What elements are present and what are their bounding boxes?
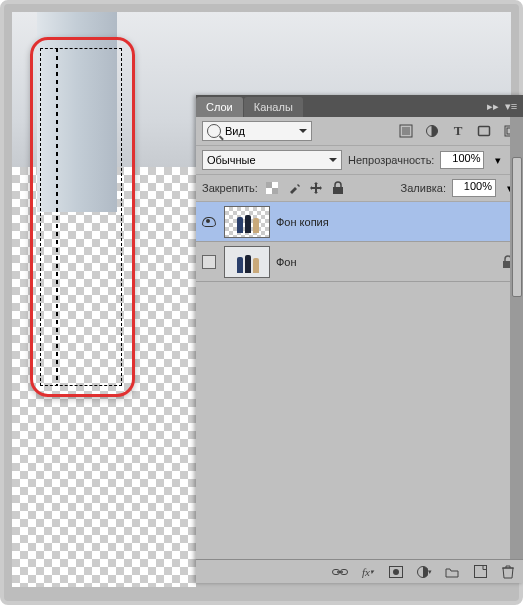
layer-row[interactable]: Фон xyxy=(196,242,523,282)
svg-point-16 xyxy=(393,569,399,575)
image-strip xyxy=(37,12,117,212)
marquee-selection-inner xyxy=(56,48,58,386)
panel-tabs: Слои Каналы ▸▸ ▾≡ xyxy=(196,95,523,117)
kind-label: Вид xyxy=(225,125,245,137)
svg-rect-8 xyxy=(272,182,278,188)
visibility-toggle[interactable] xyxy=(200,213,218,231)
transparency-grid xyxy=(12,167,196,587)
panel-scrollbar[interactable] xyxy=(510,117,523,559)
scrollbar-thumb[interactable] xyxy=(512,157,522,297)
checkbox-icon xyxy=(202,255,216,269)
app-frame: Слои Каналы ▸▸ ▾≡ Вид T xyxy=(0,0,523,605)
svg-rect-10 xyxy=(333,187,343,194)
lock-all-icon[interactable] xyxy=(330,180,346,196)
lock-paint-icon[interactable] xyxy=(286,180,302,196)
mask-icon[interactable] xyxy=(388,564,404,580)
canvas-area[interactable]: Слои Каналы ▸▸ ▾≡ Вид T xyxy=(12,12,511,593)
svg-rect-7 xyxy=(272,188,278,194)
layers-panel: Слои Каналы ▸▸ ▾≡ Вид T xyxy=(196,95,523,583)
svg-rect-1 xyxy=(402,127,410,135)
layer-thumbnail[interactable] xyxy=(224,206,270,238)
adjustment-filter-icon[interactable] xyxy=(424,123,440,139)
blend-row: Обычные Непрозрачность: 100% ▾ xyxy=(196,146,523,175)
tab-channels[interactable]: Каналы xyxy=(244,97,303,117)
tab-layers[interactable]: Слои xyxy=(196,97,243,117)
lock-row: Закрепить: Заливка: 100% ▾ xyxy=(196,175,523,202)
eye-icon xyxy=(202,217,216,227)
blend-mode-value: Обычные xyxy=(207,154,256,166)
group-icon[interactable] xyxy=(444,564,460,580)
layer-thumbnail[interactable] xyxy=(224,246,270,278)
filter-row: Вид T xyxy=(196,117,523,146)
layer-kind-dropdown[interactable]: Вид xyxy=(202,121,312,141)
opacity-stepper[interactable]: ▾ xyxy=(490,152,506,168)
lock-label: Закрепить: xyxy=(202,182,258,194)
panel-menu-icon[interactable]: ▾≡ xyxy=(504,99,518,113)
new-layer-icon[interactable] xyxy=(472,564,488,580)
fx-icon[interactable]: fx▾ xyxy=(360,564,376,580)
type-filter-icon[interactable]: T xyxy=(450,123,466,139)
opacity-label: Непрозрачность: xyxy=(348,154,434,166)
collapse-icon[interactable]: ▸▸ xyxy=(486,99,500,113)
blend-mode-dropdown[interactable]: Обычные xyxy=(202,150,342,170)
adjustment-layer-icon[interactable]: ▾ xyxy=(416,564,432,580)
opacity-input[interactable]: 100% xyxy=(440,151,484,169)
fill-input[interactable]: 100% xyxy=(452,179,496,197)
layer-name[interactable]: Фон копия xyxy=(276,216,520,228)
lock-move-icon[interactable] xyxy=(308,180,324,196)
svg-rect-18 xyxy=(474,566,486,578)
panel-footer: fx▾ ▾ xyxy=(196,559,523,583)
svg-rect-9 xyxy=(266,188,272,194)
fill-label: Заливка: xyxy=(401,182,446,194)
visibility-toggle[interactable] xyxy=(200,253,218,271)
svg-rect-6 xyxy=(266,182,272,188)
layer-row[interactable]: Фон копия xyxy=(196,202,523,242)
svg-rect-3 xyxy=(479,127,490,136)
link-icon[interactable] xyxy=(332,564,348,580)
layer-name[interactable]: Фон xyxy=(276,256,496,268)
trash-icon[interactable] xyxy=(500,564,516,580)
search-icon xyxy=(207,124,221,138)
lock-transparency-icon[interactable] xyxy=(264,180,280,196)
panel-body: Вид T Обычные Непрозрачность: xyxy=(196,117,523,583)
layers-list: Фон копия Фон xyxy=(196,202,523,559)
pixel-filter-icon[interactable] xyxy=(398,123,414,139)
shape-filter-icon[interactable] xyxy=(476,123,492,139)
